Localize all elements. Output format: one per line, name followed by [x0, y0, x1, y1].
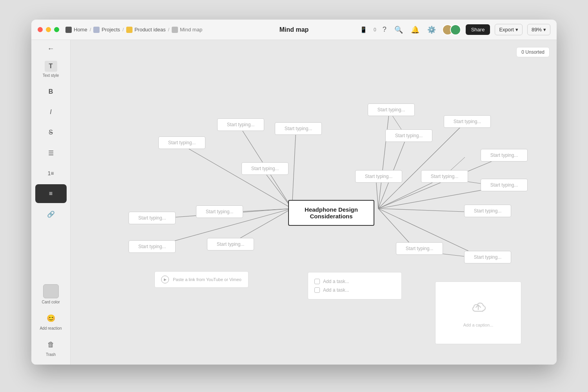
svg-line-2: [180, 143, 292, 209]
node-n16[interactable]: Start typing...: [464, 205, 511, 217]
node-n17[interactable]: Start typing...: [396, 242, 443, 255]
node-n8[interactable]: Start typing...: [129, 240, 176, 253]
help-icon[interactable]: ?: [381, 24, 388, 35]
sidebar-item-strikethrough[interactable]: S: [35, 123, 67, 142]
chevron-down-icon: ▾: [543, 27, 546, 33]
align-icon: ≡: [45, 187, 57, 200]
node-n13[interactable]: Start typing...: [444, 115, 491, 128]
traffic-lights: [38, 27, 59, 32]
node-n15[interactable]: Start typing...: [481, 179, 528, 191]
svg-line-3: [263, 170, 292, 209]
sidebar-trash-label: Trash: [46, 352, 56, 357]
sidebar-item-bold[interactable]: B: [35, 82, 67, 101]
upload-caption[interactable]: Add a caption...: [463, 323, 493, 327]
fullscreen-button[interactable]: [54, 27, 59, 32]
reaction-icon: 😊: [45, 312, 57, 325]
node-n4[interactable]: Start typing...: [241, 162, 289, 175]
zoom-control[interactable]: 89% ▾: [527, 24, 550, 35]
node-n3[interactable]: Start typing...: [158, 136, 205, 149]
breadcrumb-projects-label: Projects: [102, 27, 120, 33]
strikethrough-icon: S: [45, 126, 57, 139]
node-n7[interactable]: Start typing...: [207, 238, 254, 250]
home-icon: [65, 27, 72, 33]
bullet-list-icon: ☰: [45, 147, 57, 159]
main-area: ← T Text style B I S ☰ 1≡ ≡: [31, 40, 557, 365]
breadcrumb-mindmap-label: Mind map: [180, 27, 202, 33]
node-n10[interactable]: Start typing...: [385, 129, 432, 142]
task-label-1: Add a task...: [323, 279, 349, 284]
breadcrumb-projects[interactable]: Projects: [93, 27, 120, 33]
node-n6[interactable]: Start typing...: [129, 212, 176, 224]
center-node-text: Headphone Design Considerations: [305, 206, 358, 220]
unsorted-badge[interactable]: 0 Unsorted: [516, 47, 550, 57]
chevron-down-icon: ▾: [515, 27, 518, 33]
card-color-swatch: [43, 284, 59, 298]
node-n12[interactable]: Start typing...: [421, 170, 468, 183]
video-placeholder: Paste a link from YouTube or Vimeo: [173, 277, 241, 282]
task-checkbox-2[interactable]: [314, 287, 320, 293]
sidebar: ← T Text style B I S ☰ 1≡ ≡: [31, 40, 71, 365]
svg-line-8: [378, 111, 389, 209]
sidebar-cardcolor-label: Card color: [42, 300, 60, 304]
breadcrumb-home[interactable]: Home: [65, 27, 87, 33]
sidebar-item-numbered[interactable]: 1≡: [35, 164, 67, 183]
text-style-icon: T: [45, 61, 57, 72]
mindmap-icon: [172, 27, 178, 33]
node-n1[interactable]: Start typing...: [217, 118, 264, 131]
close-button[interactable]: [38, 27, 43, 32]
sidebar-item-italic[interactable]: I: [35, 103, 67, 122]
sidebar-item-textstyle[interactable]: T Text style: [35, 58, 67, 81]
node-n18[interactable]: Start typing...: [464, 251, 511, 263]
mindmap-canvas[interactable]: 0 Unsorted: [71, 40, 557, 365]
breadcrumb-sep2: /: [122, 27, 124, 33]
node-n2[interactable]: Start typing...: [275, 122, 322, 135]
sidebar-item-trash[interactable]: 🗑 Trash: [35, 335, 67, 360]
italic-icon: I: [45, 106, 57, 118]
trash-icon: 🗑: [45, 338, 57, 351]
sidebar-reaction-label: Add reaction: [40, 326, 62, 330]
breadcrumb-sep3: /: [168, 27, 169, 33]
upload-icon: [470, 299, 487, 318]
task-label-2: Add a task...: [323, 287, 349, 293]
breadcrumb-home-label: Home: [74, 27, 87, 33]
node-n5[interactable]: Start typing...: [196, 205, 243, 218]
node-n14[interactable]: Start typing...: [481, 149, 528, 162]
avatar-2: [450, 24, 461, 35]
task-item-2[interactable]: Add a task...: [314, 286, 395, 294]
sidebar-item-cardcolor[interactable]: Card color: [35, 281, 67, 307]
sidebar-item-link[interactable]: 🔗: [35, 205, 67, 223]
node-task[interactable]: Add a task... Add a task...: [308, 272, 402, 299]
node-n9[interactable]: Start typing...: [368, 103, 415, 116]
share-button[interactable]: Share: [466, 24, 490, 35]
bell-icon[interactable]: 🔔: [409, 24, 421, 36]
breadcrumb-product[interactable]: Product ideas: [126, 27, 166, 33]
link-icon: 🔗: [45, 208, 57, 220]
titlebar-right: 📱 0 ? 🔍 🔔 ⚙️ Share Export ▾ 89% ▾: [358, 24, 550, 36]
center-node[interactable]: Headphone Design Considerations: [288, 200, 374, 226]
breadcrumb: Home / Projects / Product ideas / Mind m…: [65, 27, 202, 33]
sidebar-textstyle-label: Text style: [43, 73, 59, 78]
node-upload[interactable]: Add a caption...: [435, 281, 521, 344]
settings-icon[interactable]: ⚙️: [426, 24, 437, 36]
sidebar-item-align[interactable]: ≡: [35, 184, 67, 203]
minimize-button[interactable]: [46, 27, 51, 32]
numbered-list-icon: 1≡: [45, 167, 57, 180]
task-checkbox-1[interactable]: [314, 279, 320, 284]
sidebar-item-bullets[interactable]: ☰: [35, 143, 67, 162]
titlebar: Home / Projects / Product ideas / Mind m…: [31, 20, 557, 40]
breadcrumb-mindmap[interactable]: Mind map: [172, 27, 202, 33]
bold-icon: B: [45, 85, 57, 98]
projects-icon: [93, 27, 100, 33]
export-button[interactable]: Export ▾: [495, 24, 523, 35]
node-video[interactable]: ▶ Paste a link from YouTube or Vimeo: [154, 271, 249, 288]
breadcrumb-product-label: Product ideas: [134, 27, 166, 33]
sidebar-item-reaction[interactable]: 😊 Add reaction: [35, 309, 67, 334]
node-n11[interactable]: Start typing...: [355, 170, 402, 183]
sidebar-back-button[interactable]: ←: [47, 45, 54, 53]
mobile-icon[interactable]: 📱: [358, 25, 369, 35]
search-icon[interactable]: 🔍: [393, 24, 405, 36]
video-icon: ▶: [161, 276, 169, 283]
app-window: Home / Projects / Product ideas / Mind m…: [31, 20, 557, 365]
task-item-1[interactable]: Add a task...: [314, 277, 395, 286]
notification-count: 0: [374, 27, 376, 33]
